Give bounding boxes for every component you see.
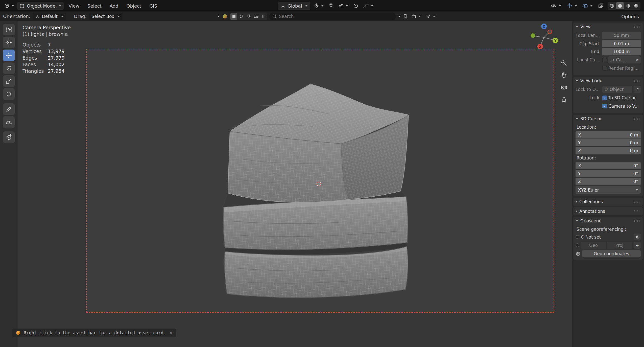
toggle-surface-icon[interactable]	[238, 13, 245, 20]
toggle-light-icon[interactable]	[245, 13, 252, 20]
header-collapse-chevron[interactable]	[217, 16, 220, 17]
lock-to-3d-cursor-checkbox[interactable]	[602, 96, 607, 100]
pivot-point-button[interactable]	[312, 2, 325, 10]
tool-scale[interactable]	[3, 75, 15, 87]
eyedropper-button[interactable]	[634, 86, 641, 93]
tool-cursor[interactable]	[3, 37, 15, 48]
display-mode-sphere-icon[interactable]	[222, 14, 228, 19]
cursor-location-y[interactable]: Y0 m	[576, 139, 641, 146]
proportional-edit-toggle[interactable]	[352, 2, 360, 10]
zoom-icon	[561, 60, 567, 66]
viewport-3d[interactable]: Camera Perspective (1) lights | brownie …	[18, 21, 572, 347]
menu-view[interactable]: View	[65, 2, 83, 10]
lock-to-object-field[interactable]: Object	[602, 86, 632, 93]
tool-annotate[interactable]	[3, 103, 15, 115]
panel-collections-header[interactable]: Collections	[574, 198, 643, 206]
editor-type-button[interactable]	[3, 2, 16, 10]
tool-move[interactable]	[3, 50, 15, 61]
transform-orientation-dropdown[interactable]: Global	[278, 2, 310, 10]
options-button[interactable]: Options	[619, 13, 641, 20]
proportional-falloff-button[interactable]	[362, 2, 374, 10]
panel-3d-cursor-header[interactable]: 3D Cursor	[574, 115, 643, 123]
menu-object[interactable]: Object	[123, 2, 145, 10]
menu-select[interactable]: Select	[84, 2, 105, 10]
clip-start-field[interactable]: 0.01 m	[602, 40, 641, 47]
tool-select-box[interactable]	[3, 24, 15, 35]
panel-annotations-header[interactable]: Annotations	[574, 207, 643, 215]
focal-length-field[interactable]: 50 mm	[602, 32, 641, 39]
proj-button[interactable]: Proj	[607, 242, 632, 249]
add-cube-icon	[6, 134, 12, 141]
mode-dropdown[interactable]: Object Mode	[17, 2, 64, 10]
geo-coordinates-button[interactable]: Geo-coordinates	[582, 250, 641, 257]
cursor-location-x[interactable]: X0 m	[576, 131, 641, 138]
panel-view-header[interactable]: View	[574, 23, 643, 31]
snap-toggle[interactable]	[327, 2, 335, 10]
panel-geoscene-header[interactable]: Geoscene	[574, 217, 643, 225]
camera-view-button[interactable]	[560, 83, 568, 91]
projection-radio[interactable]	[576, 243, 579, 247]
local-camera-checkbox[interactable]	[602, 58, 607, 62]
panel-grip-handle[interactable]	[634, 118, 640, 120]
cursor-rotation-x[interactable]: X0°	[576, 162, 641, 169]
tool-transform[interactable]	[3, 88, 15, 100]
navigation-gizmo[interactable]: Z X Y	[529, 22, 559, 53]
camera-to-view-checkbox[interactable]	[602, 104, 607, 108]
shading-solid-icon[interactable]	[616, 2, 624, 9]
crs-settings-button[interactable]	[634, 234, 641, 240]
rotation-mode-dropdown[interactable]: XYZ Euler	[576, 186, 641, 194]
panel-grip-handle[interactable]	[634, 220, 640, 222]
drag-mode-dropdown[interactable]: Select Box	[89, 13, 123, 20]
shading-material-icon[interactable]	[624, 2, 632, 9]
panel-grip-handle[interactable]	[634, 80, 640, 82]
lock-view-button[interactable]	[560, 95, 568, 104]
toggle-grid-icon[interactable]	[260, 13, 267, 20]
hand-icon	[561, 72, 567, 78]
zoom-button[interactable]	[560, 59, 568, 67]
panel-view-lock-header[interactable]: View Lock	[574, 77, 643, 85]
toggle-mesh-icon[interactable]	[230, 13, 237, 20]
clear-icon[interactable]: ✕	[635, 58, 639, 62]
stat-label: Edges	[22, 55, 48, 61]
display-settings-button[interactable]	[410, 12, 422, 20]
gizmo-neg-y-axis[interactable]	[531, 33, 535, 38]
cursor-rotation-z[interactable]: Z0°	[576, 178, 641, 185]
search-input[interactable]	[269, 13, 396, 20]
toggle-camera-icon[interactable]	[252, 13, 259, 20]
show-overlays-button[interactable]	[581, 2, 594, 10]
snap-target-button[interactable]	[337, 2, 350, 10]
xray-toggle[interactable]	[597, 2, 605, 10]
tool-measure[interactable]	[3, 116, 15, 128]
tool-rotate[interactable]	[3, 62, 15, 74]
render-region-checkbox[interactable]	[602, 66, 607, 71]
search-options-chevron[interactable]	[398, 16, 400, 17]
panel-grip-handle[interactable]	[634, 200, 640, 203]
bookmark-icon[interactable]	[403, 14, 408, 19]
filter-button[interactable]	[424, 12, 437, 20]
panel-grip-handle[interactable]	[634, 210, 640, 213]
menu-gis[interactable]: GIS	[146, 2, 160, 10]
shading-rendered-icon[interactable]	[632, 2, 640, 9]
menu-add[interactable]: Add	[106, 2, 122, 10]
close-icon[interactable]	[169, 331, 173, 335]
cursor-location-z[interactable]: Z0 m	[576, 147, 641, 154]
local-camera-field[interactable]: Ca... ✕	[608, 56, 641, 63]
shading-wireframe-icon[interactable]	[608, 2, 616, 9]
geo-button[interactable]: Geo	[581, 242, 606, 249]
orientation-default-dropdown[interactable]: Default	[33, 13, 66, 20]
crs-radio[interactable]	[576, 235, 579, 239]
render-region-label: Render Regi...	[608, 66, 638, 71]
pan-button[interactable]	[560, 71, 568, 79]
gizmo-neg-x-axis[interactable]	[548, 30, 552, 34]
show-gizmos-button[interactable]	[565, 2, 578, 10]
editor-type-icon	[4, 3, 10, 9]
magnet-icon	[328, 3, 334, 9]
tool-add-cube[interactable]	[3, 131, 15, 143]
add-crs-button[interactable]: +	[634, 242, 641, 249]
brownie-mesh-object[interactable]	[220, 76, 422, 301]
axis-label: Y	[578, 140, 581, 145]
visibility-options-button[interactable]	[550, 2, 563, 10]
clip-end-field[interactable]: 1000 m	[602, 48, 641, 55]
cursor-rotation-y[interactable]: Y0°	[576, 170, 641, 177]
panel-grip-handle[interactable]	[634, 26, 640, 28]
